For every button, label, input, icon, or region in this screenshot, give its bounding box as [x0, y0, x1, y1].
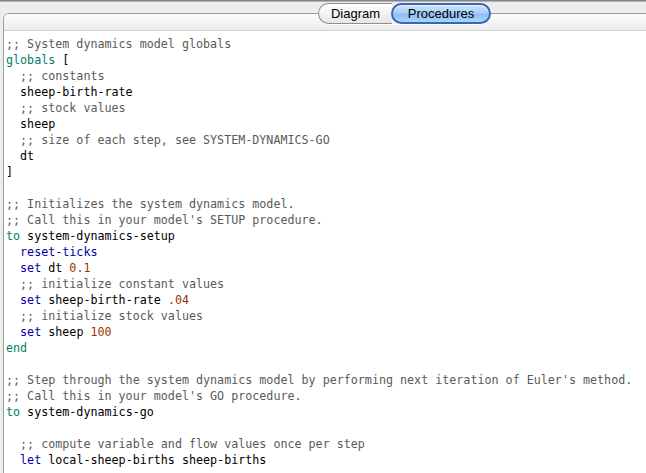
code-line: ] [6, 164, 646, 180]
tab-procedures[interactable]: Procedures [391, 3, 491, 24]
code-line: set sheep 100 [6, 324, 646, 340]
code-line: set dt 0.1 [6, 260, 646, 276]
code-line: sheep-birth-rate [6, 84, 646, 100]
code-line: ;; stock values [6, 100, 646, 116]
code-line: ;; Call this in your model's GO procedur… [6, 388, 646, 404]
code-line [6, 180, 646, 196]
code-line: dt [6, 148, 646, 164]
code-line: ;; Initializes the system dynamics model… [6, 196, 646, 212]
code-line: to system-dynamics-setup [6, 228, 646, 244]
toolbar-bottom-divider [0, 0, 646, 2]
code-line: end [6, 340, 646, 356]
code-line [6, 420, 646, 436]
tab-diagram[interactable]: Diagram [318, 3, 392, 24]
code-line: globals [ [6, 52, 646, 68]
code-line: let local-sheep-births sheep-births [6, 452, 646, 468]
code-line: ;; Step through the system dynamics mode… [6, 372, 646, 388]
system-dynamics-window: ;; System dynamics model globalsglobals … [0, 0, 646, 473]
code-line: ;; constants [6, 68, 646, 84]
code-line: to system-dynamics-go [6, 404, 646, 420]
code-line: ;; System dynamics model globals [6, 36, 646, 52]
code-line: ;; compute variable and flow values once… [6, 436, 646, 452]
code-line: ;; Call this in your model's SETUP proce… [6, 212, 646, 228]
code-line: set sheep-birth-rate .04 [6, 292, 646, 308]
code-line: ;; initialize stock values [6, 308, 646, 324]
code-line: sheep [6, 116, 646, 132]
tab-bar: Diagram Procedures [318, 3, 491, 24]
procedures-panel: ;; System dynamics model globalsglobals … [3, 13, 646, 473]
code-line: reset-ticks [6, 244, 646, 260]
code-line: ;; initialize constant values [6, 276, 646, 292]
code-line: ;; size of each step, see SYSTEM-DYNAMIC… [6, 132, 646, 148]
code-line [6, 356, 646, 372]
code-editor[interactable]: ;; System dynamics model globalsglobals … [4, 31, 646, 468]
